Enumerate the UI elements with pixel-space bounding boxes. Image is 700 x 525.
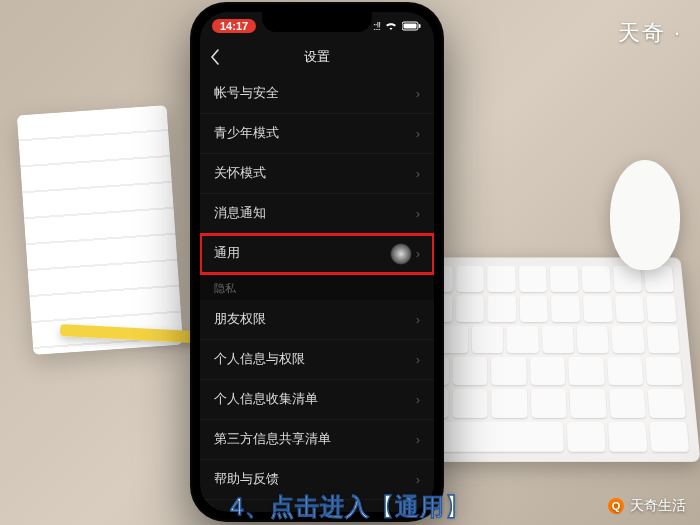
chevron-right-icon: › (416, 206, 420, 221)
svg-rect-1 (404, 24, 417, 29)
row-account-security[interactable]: 帐号与安全 › (200, 74, 434, 114)
battery-icon (402, 21, 422, 31)
row-label: 通用 (214, 245, 240, 262)
signal-icon: ::!! (373, 21, 380, 32)
row-label: 朋友权限 (214, 311, 266, 328)
phone-screen: 14:17 ::!! 设置 帐号与安全 › 青 (200, 12, 434, 512)
chevron-right-icon: › (416, 352, 420, 367)
chevron-right-icon: › (416, 126, 420, 141)
phone-notch (262, 12, 372, 32)
wifi-icon (384, 21, 398, 31)
row-personal-info[interactable]: 个人信息与权限 › (200, 340, 434, 380)
nav-bar: 设置 (200, 40, 434, 74)
desk-mouse (610, 160, 680, 270)
row-friend-permissions[interactable]: 朋友权限 › (200, 300, 434, 340)
row-label: 帐号与安全 (214, 85, 279, 102)
chevron-right-icon: › (416, 472, 420, 487)
row-teen-mode[interactable]: 青少年模式 › (200, 114, 434, 154)
watermark-top: 天奇 · (618, 18, 682, 48)
chevron-right-icon: › (416, 392, 420, 407)
row-collected-info[interactable]: 个人信息收集清单 › (200, 380, 434, 420)
row-notifications[interactable]: 消息通知 › (200, 194, 434, 234)
chevron-right-icon: › (416, 86, 420, 101)
section-privacy: 隐私 (200, 274, 434, 300)
row-label: 消息通知 (214, 205, 266, 222)
row-care-mode[interactable]: 关怀模式 › (200, 154, 434, 194)
page-title: 设置 (200, 48, 434, 66)
row-label: 帮助与反馈 (214, 471, 279, 488)
row-thirdparty-share[interactable]: 第三方信息共享清单 › (200, 420, 434, 460)
chevron-right-icon: › (416, 432, 420, 447)
row-label: 关怀模式 (214, 165, 266, 182)
phone-frame: 14:17 ::!! 设置 帐号与安全 › 青 (190, 2, 444, 522)
row-label: 第三方信息共享清单 (214, 431, 331, 448)
row-label: 个人信息与权限 (214, 351, 305, 368)
chevron-right-icon: › (416, 166, 420, 181)
status-time: 14:17 (212, 19, 256, 33)
row-label: 青少年模式 (214, 125, 279, 142)
settings-list: 帐号与安全 › 青少年模式 › 关怀模式 › 消息通知 › 通用 › 隐私 (200, 74, 434, 512)
row-label: 个人信息收集清单 (214, 391, 318, 408)
chevron-right-icon: › (416, 312, 420, 327)
row-general[interactable]: 通用 › (200, 234, 434, 274)
instruction-caption: 4、点击进入【通用】 (0, 491, 700, 523)
svg-rect-2 (419, 24, 421, 28)
desk-notepad (17, 105, 183, 355)
touch-indicator-icon (390, 243, 412, 265)
chevron-right-icon: › (416, 246, 420, 261)
